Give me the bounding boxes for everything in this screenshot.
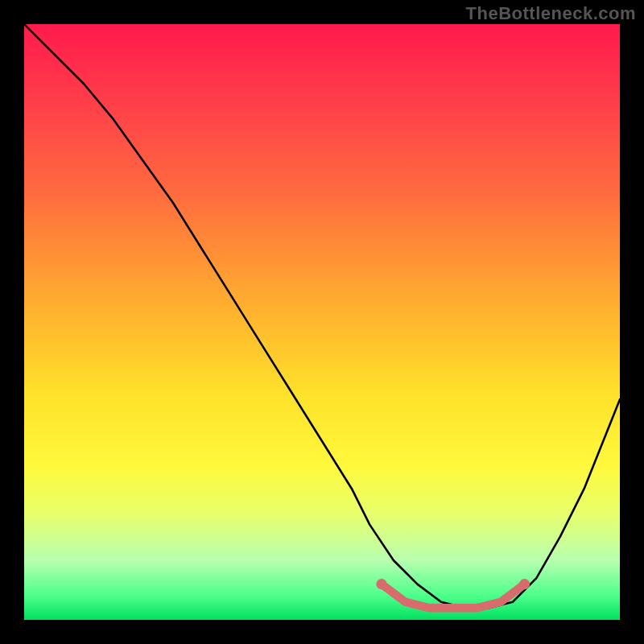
chart-frame: TheBottleneck.com bbox=[0, 0, 644, 644]
curve-line bbox=[24, 24, 620, 608]
highlight-line bbox=[382, 584, 525, 609]
plot-area bbox=[24, 24, 620, 620]
watermark-text: TheBottleneck.com bbox=[466, 3, 636, 24]
highlight-endpoint-right bbox=[519, 579, 530, 589]
chart-svg bbox=[24, 24, 620, 620]
highlight-endpoint-left bbox=[376, 579, 386, 589]
